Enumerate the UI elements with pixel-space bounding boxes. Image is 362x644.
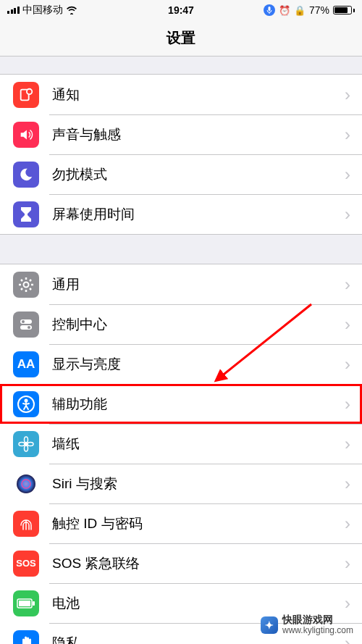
watermark-url: www.kyligting.com [282, 626, 353, 635]
gear-icon [13, 272, 39, 298]
alarm-icon: ⏰ [279, 5, 290, 16]
row-label: SOS 紧急联络 [52, 554, 345, 573]
row-label: 辅助功能 [52, 395, 345, 414]
siri-icon [13, 471, 39, 497]
settings-row-accessibility[interactable]: 辅助功能› [0, 384, 362, 424]
status-left: 中国移动 [7, 4, 77, 17]
svg-point-14 [28, 442, 33, 446]
settings-row-notifications[interactable]: 通知› [0, 75, 362, 114]
mic-icon [264, 4, 275, 16]
battery-icon [333, 6, 355, 14]
settings-row-general[interactable]: 通用› [0, 264, 362, 304]
row-label: 声音与触感 [52, 125, 345, 144]
svg-point-11 [25, 437, 28, 443]
settings-row-sounds[interactable]: 声音与触感› [0, 114, 362, 154]
settings-row-sos[interactable]: SOSSOS 紧急联络› [0, 543, 362, 583]
chevron-right-icon: › [345, 164, 362, 185]
row-label: 电池 [52, 594, 345, 613]
svg-rect-18 [19, 601, 30, 606]
status-right: ⏰ 🔒 77% [264, 4, 355, 16]
svg-point-13 [19, 442, 25, 446]
notifications-icon [13, 82, 39, 108]
settings-row-control-center[interactable]: 控制中心› [0, 304, 362, 344]
row-label: 墙纸 [52, 435, 345, 453]
chevron-right-icon: › [345, 354, 362, 375]
chevron-right-icon: › [345, 593, 362, 614]
settings-row-dnd[interactable]: 勿扰模式› [0, 154, 362, 194]
svg-point-7 [28, 326, 30, 329]
row-label: 勿扰模式 [52, 165, 345, 184]
chevron-right-icon: › [345, 553, 362, 574]
watermark-logo-icon: ✦ [261, 616, 278, 634]
svg-point-3 [24, 282, 29, 287]
page-title: 设置 [167, 28, 195, 48]
signal-icon [7, 7, 20, 14]
settings-header: 设置 [0, 20, 362, 57]
chevron-right-icon: › [345, 514, 362, 534]
sos-icon: SOS [13, 551, 39, 577]
chevron-right-icon: › [345, 314, 362, 335]
row-label: 触控 ID 与密码 [52, 514, 345, 533]
watermark: ✦ 快眼游戏网 www.kyligting.com [261, 614, 353, 635]
row-label: 通用 [52, 275, 345, 294]
carrier-label: 中国移动 [22, 4, 63, 17]
watermark-name: 快眼游戏网 [282, 614, 353, 625]
chevron-right-icon: › [345, 204, 362, 225]
wifi-icon [66, 6, 77, 14]
settings-row-display[interactable]: AA显示与亮度› [0, 344, 362, 384]
row-label: 控制中心 [52, 315, 345, 334]
switch-icon [13, 311, 39, 338]
settings-row-screentime[interactable]: 屏幕使用时间› [0, 194, 362, 234]
wallpaper-icon [13, 431, 39, 457]
fingerprint-icon [13, 511, 39, 537]
settings-group: 通用›控制中心›AA显示与亮度›辅助功能›墙纸›Siri 与搜索›触控 ID 与… [0, 264, 362, 644]
lock-icon: 🔒 [294, 5, 306, 16]
svg-point-5 [22, 320, 25, 323]
sound-icon [13, 122, 39, 148]
display-icon: AA [13, 351, 39, 377]
chevron-right-icon: › [345, 474, 362, 494]
svg-point-15 [17, 474, 35, 493]
hand-icon [13, 630, 39, 645]
moon-icon [13, 162, 39, 188]
status-bar: 中国移动 19:47 ⏰ 🔒 77% [0, 0, 362, 20]
chevron-right-icon: › [345, 125, 362, 145]
battery-icon [13, 590, 39, 616]
row-label: 通知 [52, 85, 345, 104]
status-time: 19:47 [168, 4, 194, 16]
svg-point-9 [25, 398, 28, 402]
settings-row-wallpaper[interactable]: 墙纸› [0, 424, 362, 464]
svg-point-12 [25, 446, 28, 451]
svg-rect-0 [268, 7, 270, 11]
battery-pct: 77% [309, 4, 329, 16]
svg-rect-19 [33, 601, 35, 606]
svg-point-2 [27, 88, 32, 93]
chevron-right-icon: › [345, 275, 362, 295]
settings-row-touchid[interactable]: 触控 ID 与密码› [0, 503, 362, 543]
accessibility-icon [13, 391, 39, 417]
chevron-right-icon: › [345, 394, 362, 414]
row-label: 显示与亮度 [52, 355, 345, 374]
hourglass-icon [13, 201, 39, 227]
row-label: Siri 与搜索 [52, 474, 345, 493]
chevron-right-icon: › [345, 434, 362, 454]
chevron-right-icon: › [345, 85, 362, 105]
settings-group: 通知›声音与触感›勿扰模式›屏幕使用时间› [0, 74, 362, 235]
settings-row-siri[interactable]: Siri 与搜索› [0, 464, 362, 503]
row-label: 屏幕使用时间 [52, 205, 345, 224]
